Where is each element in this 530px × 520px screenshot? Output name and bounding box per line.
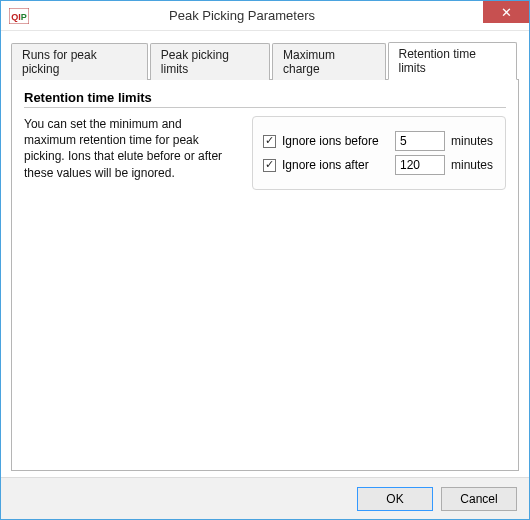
- tabstrip: Runs for peak picking Peak picking limit…: [11, 41, 519, 79]
- close-button[interactable]: ✕: [483, 1, 529, 23]
- tabpanel-retention-time-limits: Retention time limits You can set the mi…: [11, 79, 519, 471]
- controls: Ignore ions before minutes Ignore ions a…: [252, 116, 506, 190]
- button-label: OK: [386, 492, 403, 506]
- button-label: Cancel: [460, 492, 497, 506]
- tab-label: Maximum charge: [283, 48, 335, 76]
- tab-maximum-charge[interactable]: Maximum charge: [272, 43, 386, 80]
- row-ignore-before: Ignore ions before minutes: [263, 131, 493, 151]
- unit-label: minutes: [451, 158, 493, 172]
- window-title: Peak Picking Parameters: [1, 8, 483, 23]
- checkbox-ignore-before[interactable]: Ignore ions before: [263, 134, 395, 148]
- input-ignore-after-value[interactable]: [395, 155, 445, 175]
- tab-label: Runs for peak picking: [22, 48, 97, 76]
- tab-runs-for-peak-picking[interactable]: Runs for peak picking: [11, 43, 148, 80]
- close-icon: ✕: [501, 6, 512, 19]
- unit-label: minutes: [451, 134, 493, 148]
- section-underline: [24, 107, 506, 108]
- titlebar: QIP Peak Picking Parameters ✕: [1, 1, 529, 31]
- checkbox-label: Ignore ions after: [282, 158, 369, 172]
- check-icon: [263, 159, 276, 172]
- tab-retention-time-limits[interactable]: Retention time limits: [388, 42, 517, 80]
- tab-peak-picking-limits[interactable]: Peak picking limits: [150, 43, 270, 80]
- section-description: You can set the minimum and maximum rete…: [24, 116, 232, 190]
- tab-label: Retention time limits: [399, 47, 476, 75]
- ok-button[interactable]: OK: [357, 487, 433, 511]
- section-heading: Retention time limits: [24, 90, 506, 105]
- row-ignore-after: Ignore ions after minutes: [263, 155, 493, 175]
- check-icon: [263, 135, 276, 148]
- checkbox-label: Ignore ions before: [282, 134, 379, 148]
- input-ignore-before-value[interactable]: [395, 131, 445, 151]
- checkbox-ignore-after[interactable]: Ignore ions after: [263, 158, 395, 172]
- controls-box: Ignore ions before minutes Ignore ions a…: [252, 116, 506, 190]
- footer: OK Cancel: [1, 477, 529, 519]
- tab-label: Peak picking limits: [161, 48, 229, 76]
- cancel-button[interactable]: Cancel: [441, 487, 517, 511]
- panel-body: You can set the minimum and maximum rete…: [24, 116, 506, 190]
